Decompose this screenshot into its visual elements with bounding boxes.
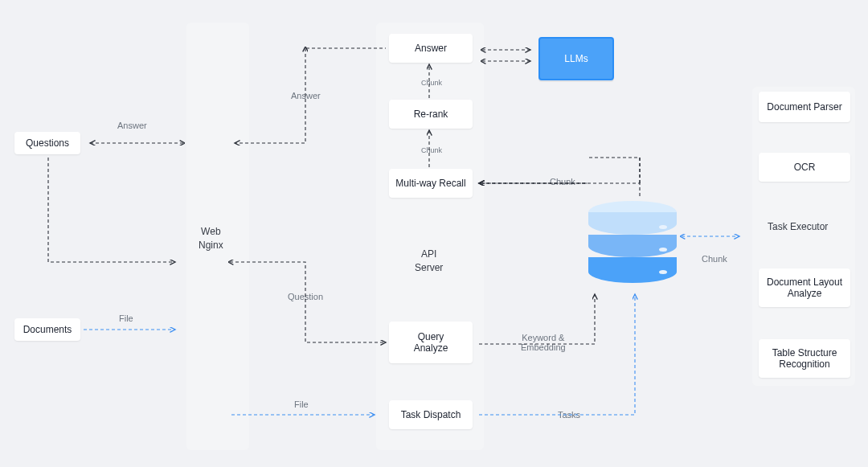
diagram-canvas: Web Nginx API Server Questions Documents… xyxy=(0,0,868,467)
database-icon xyxy=(588,201,677,289)
documents-node: Documents xyxy=(14,318,80,341)
multiway-recall-node: Multi-way Recall xyxy=(389,169,473,198)
edge-label-chunk2: Chunk xyxy=(421,146,442,154)
web-nginx-label: Web Nginx xyxy=(199,225,223,252)
edge-label-file-mid: File xyxy=(294,399,309,409)
api-server-label: API Server xyxy=(415,248,443,275)
edge-label-answer-left: Answer xyxy=(117,121,147,130)
table-struct-node: Table Structure Recognition xyxy=(759,339,850,378)
ocr-node: OCR xyxy=(759,153,850,182)
edge-label-tasks: Tasks xyxy=(558,410,580,420)
rerank-node: Re-rank xyxy=(389,100,473,129)
edge-label-keyword-emb: Keyword & Embedding xyxy=(521,333,566,352)
questions-text: Questions xyxy=(26,137,69,149)
edge-label-chunk-db: Chunk xyxy=(550,177,575,186)
edge-label-chunk1: Chunk xyxy=(421,79,442,87)
query-analyze-node: Query Analyze xyxy=(389,322,473,363)
edge-label-answer-mid: Answer xyxy=(291,91,321,100)
edge-label-file-left: File xyxy=(119,313,133,323)
edge-label-chunk-right: Chunk xyxy=(702,254,727,264)
document-parser-node: Document Parser xyxy=(759,92,850,122)
task-dispatch-node: Task Dispatch xyxy=(389,400,473,429)
edge-label-question-mid: Question xyxy=(288,292,323,301)
documents-text: Documents xyxy=(23,324,72,335)
answer-node: Answer xyxy=(389,34,473,63)
llms-node: LLMs xyxy=(538,37,614,80)
layout-analyze-node: Document Layout Analyze xyxy=(759,268,850,307)
questions-node: Questions xyxy=(14,132,80,154)
task-executor-label: Task Executor xyxy=(768,220,828,234)
